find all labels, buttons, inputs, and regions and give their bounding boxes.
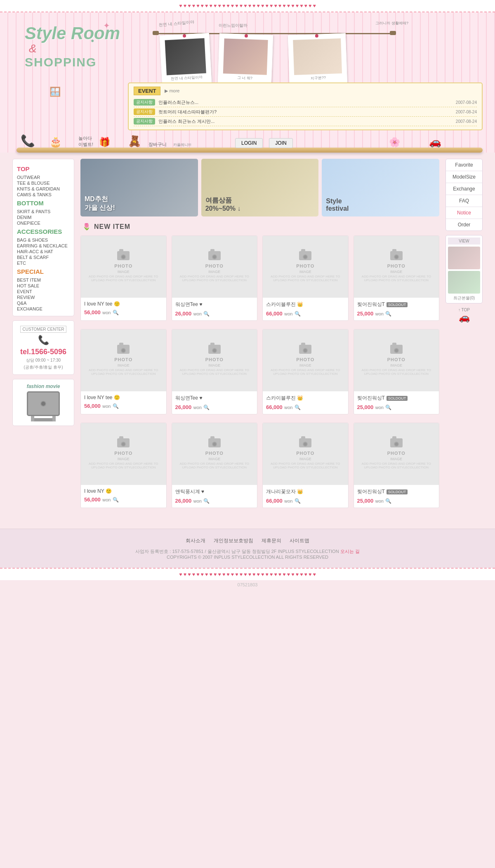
event-badge-1: 공지사항 bbox=[134, 99, 155, 106]
photo-caption-3: 지구본?? bbox=[294, 75, 342, 82]
product-item-12[interactable]: PHOTO IMAGE ADD PHOTO OR DRAG AND DROP H… bbox=[354, 423, 440, 508]
photo-item-1[interactable]: 천연 내 스타일이야 bbox=[160, 33, 212, 85]
banner-item-3[interactable]: Stylefestival bbox=[322, 159, 439, 216]
search-icon-12[interactable]: 🔍 bbox=[385, 498, 391, 504]
product-info-11: 개나리꽃모자 👑 66,000 won 🔍 bbox=[263, 485, 348, 508]
product-price-row-3: 66,000 won 🔍 bbox=[266, 310, 345, 317]
product-img-3: PHOTO IMAGE ADD PHOTO OR DRAG AND DROP H… bbox=[263, 236, 348, 298]
nav-item-hair[interactable]: HAIR-ACC & HAT bbox=[17, 249, 70, 254]
banner-row: MD추천가을 신상! 여름상품20%~50% ↓ Stylefestival bbox=[80, 159, 439, 216]
footer-contact-link[interactable]: 오시는 길 bbox=[340, 549, 360, 554]
camera-icon-7 bbox=[299, 345, 311, 354]
camera-icon-3 bbox=[299, 251, 311, 260]
photo-subtext-12: ADD PHOTO OR DRAG AND DROP HERE TO UPLOA… bbox=[354, 461, 439, 470]
nav-item-earring[interactable]: EARRING & NECKLACE bbox=[17, 243, 70, 249]
product-currency-6: won bbox=[193, 405, 202, 410]
product-img-11: PHOTO IMAGE ADD PHOTO OR DRAG AND DROP H… bbox=[263, 423, 348, 485]
nav-item-best[interactable]: BEST ITEM bbox=[17, 277, 70, 283]
nav-item-belt[interactable]: BELT & SCARF bbox=[17, 254, 70, 260]
search-icon-3[interactable]: 🔍 bbox=[295, 311, 301, 317]
nav-item-skirt[interactable]: SKIRT & PANTS bbox=[17, 209, 70, 214]
nav-item-denim[interactable]: DENIM bbox=[17, 214, 70, 220]
product-item-4[interactable]: PHOTO IMAGE ADD PHOTO OR DRAG AND DROP H… bbox=[354, 235, 440, 321]
search-icon-8[interactable]: 🔍 bbox=[385, 405, 391, 410]
nav-item-hotsale[interactable]: HOT SALE bbox=[17, 283, 70, 289]
banner-text-2: 여름상품20%~50% ↓ bbox=[205, 196, 241, 212]
product-name-12: 찢어진워싱TSOLDOUT bbox=[357, 488, 436, 495]
nav-item-camis[interactable]: CAMIS & TANKS bbox=[17, 192, 70, 198]
nav-item-exchange[interactable]: EXCHANGE bbox=[17, 306, 70, 312]
product-price-row-8: 25,000 won 🔍 bbox=[357, 403, 436, 411]
product-item-1[interactable]: PHOTO IMAGE ADD PHOTO OR DRAG AND DROP H… bbox=[80, 235, 167, 321]
quick-item-order[interactable]: Order bbox=[446, 219, 482, 231]
product-img-5: PHOTO IMAGE ADD PHOTO OR DRAG AND DROP H… bbox=[81, 329, 166, 391]
quick-item-exchange[interactable]: Exchange bbox=[446, 183, 482, 195]
camera-lens-3 bbox=[303, 254, 308, 259]
search-icon-1[interactable]: 🔍 bbox=[113, 310, 119, 315]
search-icon-9[interactable]: 🔍 bbox=[113, 497, 119, 503]
product-grid-row3: PHOTO IMAGE ADD PHOTO OR DRAG AND DROP H… bbox=[80, 423, 439, 508]
product-item-7[interactable]: PHOTO IMAGE ADD PHOTO OR DRAG AND DROP H… bbox=[262, 329, 349, 414]
search-icon-5[interactable]: 🔍 bbox=[113, 403, 119, 409]
quick-item-modelsize[interactable]: ModelSize bbox=[446, 171, 482, 183]
product-img-1: PHOTO IMAGE ADD PHOTO OR DRAG AND DROP H… bbox=[81, 236, 166, 298]
nav-item-outwear[interactable]: OUTWEAR bbox=[17, 174, 70, 180]
product-img-7: PHOTO IMAGE ADD PHOTO OR DRAG AND DROP H… bbox=[263, 329, 348, 391]
camera-icon-8 bbox=[390, 345, 403, 354]
product-info-8: 찢어진워싱TSOLDOUT 25,000 won 🔍 bbox=[354, 391, 439, 414]
customer-center-box: CUSTOMER CENTER 📞 tel.1566-5096 상담 09:00… bbox=[12, 320, 74, 375]
product-item-2[interactable]: PHOTO IMAGE ADD PHOTO OR DRAG AND DROP H… bbox=[172, 235, 258, 321]
product-item-6[interactable]: PHOTO IMAGE ADD PHOTO OR DRAG AND DROP H… bbox=[172, 329, 258, 414]
search-icon-2[interactable]: 🔍 bbox=[203, 311, 210, 317]
search-icon-4[interactable]: 🔍 bbox=[385, 311, 391, 317]
footer-link-sitemap[interactable]: 사이트맵 bbox=[290, 537, 309, 544]
product-currency-3: won bbox=[284, 311, 292, 316]
top-scroll-icon[interactable]: 🚗 bbox=[446, 312, 483, 323]
search-icon-7[interactable]: 🔍 bbox=[295, 405, 301, 410]
product-item-9[interactable]: PHOTO IMAGE ADD PHOTO OR DRAG AND DROP H… bbox=[80, 423, 167, 508]
customer-label: CUSTOMER CENTER bbox=[20, 326, 67, 333]
photo-item-2[interactable]: 그 너 뭐? bbox=[218, 33, 273, 85]
nav-item-bag[interactable]: BAG & SHOES bbox=[17, 237, 70, 243]
search-icon-10[interactable]: 🔍 bbox=[203, 498, 210, 504]
product-price-3: 66,000 bbox=[266, 311, 283, 317]
footer-copyright: COPYRIGHTS © 2007 INPLUS STYLECOLLECTION… bbox=[12, 555, 483, 560]
footer-link-partner[interactable]: 제휴문의 bbox=[262, 537, 281, 544]
fashion-movie-label: fashion movie bbox=[17, 383, 70, 389]
product-item-5[interactable]: PHOTO IMAGE ADD PHOTO OR DRAG AND DROP H… bbox=[80, 329, 167, 414]
product-item-8[interactable]: PHOTO IMAGE ADD PHOTO OR DRAG AND DROP H… bbox=[354, 329, 440, 414]
quick-item-faq[interactable]: FAQ bbox=[446, 195, 482, 207]
product-name-7: 스카이블루진 👑 bbox=[266, 395, 345, 402]
nav-item-qa[interactable]: Q&A bbox=[17, 300, 70, 306]
banner-item-1[interactable]: MD추천가을 신상! bbox=[80, 159, 198, 216]
photo-caption-1: 천연 내 스타일이야 bbox=[167, 74, 207, 82]
quick-item-favorite[interactable]: Favorite bbox=[446, 159, 482, 171]
photo-inner-3 bbox=[293, 38, 342, 75]
product-currency-10: won bbox=[193, 499, 202, 503]
search-icon-11[interactable]: 🔍 bbox=[295, 498, 301, 504]
product-item-11[interactable]: PHOTO IMAGE ADD PHOTO OR DRAG AND DROP H… bbox=[262, 423, 349, 508]
footer-link-company[interactable]: 회사소개 bbox=[186, 537, 205, 544]
product-grid-row1: PHOTO IMAGE ADD PHOTO OR DRAG AND DROP H… bbox=[80, 235, 439, 321]
deco-label-1: 놀아다이벨트! bbox=[78, 135, 93, 148]
product-item-10[interactable]: PHOTO IMAGE ADD PHOTO OR DRAG AND DROP H… bbox=[172, 423, 258, 508]
event-more-link[interactable]: ▶ more bbox=[165, 88, 179, 94]
nav-item-etc[interactable]: ETC bbox=[17, 260, 70, 266]
nav-item-onepiece[interactable]: ONEPIECE bbox=[17, 220, 70, 226]
login-button[interactable]: LOGIN bbox=[235, 138, 263, 148]
photo-item-3[interactable]: 지구본?? bbox=[288, 33, 347, 89]
join-button[interactable]: JOIN bbox=[269, 138, 292, 148]
banner-item-2[interactable]: 여름상품20%~50% ↓ bbox=[201, 159, 319, 216]
footer-link-privacy[interactable]: 개인정보보호방침 bbox=[214, 537, 253, 544]
event-row-1[interactable]: 공지사항 인플러스최근뉴스... 2007-08-24 bbox=[134, 98, 477, 107]
search-icon-6[interactable]: 🔍 bbox=[203, 405, 210, 410]
nav-item-knits[interactable]: KNITS & GARDIDAN bbox=[17, 186, 70, 192]
nav-item-tee-blouse[interactable]: TEE & BLOUSE bbox=[17, 180, 70, 186]
product-img-12: PHOTO IMAGE ADD PHOTO OR DRAG AND DROP H… bbox=[354, 423, 439, 485]
product-item-3[interactable]: PHOTO IMAGE ADD PHOTO OR DRAG AND DROP H… bbox=[262, 235, 349, 321]
fashion-movie-box[interactable]: fashion movie bbox=[12, 379, 74, 426]
quick-item-notice[interactable]: Notice bbox=[446, 207, 482, 219]
nav-item-event[interactable]: EVENT bbox=[17, 289, 70, 294]
nav-item-review[interactable]: REVIEW bbox=[17, 294, 70, 300]
event-text-1: 인플러스최근뉴스... bbox=[158, 99, 456, 106]
